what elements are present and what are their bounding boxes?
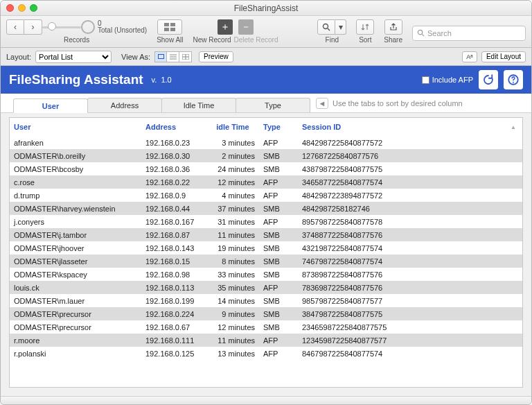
cell-session: 4842987225840877572: [302, 139, 508, 147]
refresh-button[interactable]: [479, 70, 498, 89]
table-row[interactable]: r.moore192.168.0.11111 minutesAFP1234598…: [10, 334, 522, 347]
cell-idle: 3 minutes: [211, 139, 263, 147]
svg-rect-0: [164, 23, 169, 26]
find-dropdown-button[interactable]: ▾: [335, 19, 346, 35]
include-afp-label: Include AFP: [432, 76, 473, 84]
table-row[interactable]: j.conyers192.168.0.16731 minutesAFP89579…: [10, 215, 522, 228]
table-row[interactable]: r.polanski192.168.0.12513 minutesAFP8467…: [10, 347, 522, 360]
cell-type: AFP: [263, 191, 302, 200]
cell-address: 192.168.0.111: [145, 336, 211, 345]
table-row[interactable]: ODMASTER\kspacey192.168.0.9833 minutesSM…: [10, 268, 522, 281]
cell-type: SMB: [263, 244, 302, 252]
showall-label: Show All: [157, 36, 183, 44]
cell-session: 23465987225840877575: [302, 323, 508, 331]
text-format-button[interactable]: Aª: [462, 51, 477, 62]
edit-layout-button[interactable]: Edit Layout: [481, 51, 526, 62]
cell-session: 4321987225840877574: [302, 244, 508, 252]
cell-type: AFP: [263, 139, 302, 147]
table-header: User Address idle Time Type Session ID ▲: [10, 118, 522, 136]
table-row[interactable]: ODMASTER\harvey.wienstein192.168.0.4437 …: [10, 202, 522, 215]
col-user[interactable]: User: [14, 123, 145, 131]
svg-point-4: [323, 24, 328, 29]
svg-rect-1: [170, 23, 175, 26]
back-arrow-button[interactable]: ◄: [316, 98, 328, 109]
scroll-up-icon[interactable]: ▲: [508, 124, 518, 130]
table-row[interactable]: louis.ck192.168.0.11335 minutesAFP783698…: [10, 281, 522, 294]
cell-session: 4842987223894877572: [302, 191, 508, 200]
cell-address: 192.168.0.30: [145, 152, 211, 160]
table-row[interactable]: ODMASTER\j.tambor192.168.0.8711 minutesS…: [10, 228, 522, 241]
table-row[interactable]: ODMASTER\bcosby192.168.0.3624 minutesSMB…: [10, 162, 522, 175]
share-button[interactable]: [384, 19, 402, 35]
tab-type[interactable]: Type: [236, 98, 310, 112]
cell-type: SMB: [263, 310, 302, 318]
cell-address: 192.168.0.167: [145, 218, 211, 226]
cell-idle: 4 minutes: [211, 191, 263, 200]
show-all-button[interactable]: [157, 19, 182, 35]
col-type[interactable]: Type: [263, 123, 302, 131]
view-form-button[interactable]: [154, 51, 167, 62]
table-row[interactable]: ODMASTER\precursor192.168.0.2249 minutes…: [10, 307, 522, 320]
delete-record-button[interactable]: －: [238, 19, 254, 35]
sort-icon: [361, 23, 369, 31]
prev-record-button[interactable]: ‹: [6, 19, 24, 35]
svg-line-5: [328, 28, 330, 31]
cell-idle: 11 minutes: [211, 336, 263, 345]
record-slider[interactable]: [42, 19, 81, 35]
layout-select[interactable]: Portal List: [35, 51, 112, 63]
search-icon: [417, 29, 425, 37]
table-row[interactable]: d.trump192.168.0.94 minutesAFP4842987223…: [10, 189, 522, 202]
search-input[interactable]: Search: [412, 26, 526, 41]
new-record-button[interactable]: ＋: [218, 19, 233, 35]
deleterecord-label: Delete Record: [234, 36, 278, 44]
cell-idle: 12 minutes: [211, 178, 263, 187]
cell-idle: 14 minutes: [211, 297, 263, 305]
cell-type: SMB: [263, 297, 302, 305]
table-row[interactable]: ODMASTER\jhoover192.168.0.14319 minutesS…: [10, 241, 522, 255]
col-session[interactable]: Session ID: [302, 123, 508, 131]
tab-user[interactable]: User: [13, 98, 88, 113]
table-row[interactable]: ODMASTER\b.oreilly192.168.0.302 minutesS…: [10, 149, 522, 162]
table-body[interactable]: afranken192.168.0.233 minutesAFP48429872…: [10, 136, 522, 387]
svg-rect-3: [170, 28, 175, 31]
tab-idletime[interactable]: Idle Time: [161, 98, 236, 112]
connections-table: User Address idle Time Type Session ID ▲…: [9, 117, 523, 388]
cell-session: 3748877225840877576: [302, 231, 508, 239]
table-row[interactable]: c.rose192.168.0.2212 minutesAFP346587722…: [10, 175, 522, 189]
table-row[interactable]: ODMASTER\m.lauer192.168.0.19914 minutesS…: [10, 294, 522, 307]
cell-type: SMB: [263, 152, 302, 160]
help-button[interactable]: [504, 70, 523, 89]
cell-type: SMB: [263, 323, 302, 331]
col-idle[interactable]: idle Time: [211, 123, 263, 131]
cell-address: 192.168.0.98: [145, 270, 211, 279]
cell-address: 192.168.0.87: [145, 231, 211, 239]
table-row[interactable]: ODMASTER\jlasseter192.168.0.158 minutesS…: [10, 255, 522, 268]
cell-user: d.trump: [14, 191, 145, 200]
find-label: Find: [326, 36, 339, 44]
tab-address[interactable]: Address: [87, 98, 162, 112]
preview-button[interactable]: Preview: [199, 51, 233, 62]
cell-user: ODMASTER\m.lauer: [14, 297, 145, 305]
include-afp-checkbox[interactable]: Include AFP: [422, 76, 473, 84]
cell-type: AFP: [263, 178, 302, 187]
cell-type: SMB: [263, 205, 302, 213]
cell-user: ODMASTER\precursor: [14, 310, 145, 318]
help-icon: [507, 74, 520, 86]
cell-idle: 9 minutes: [211, 310, 263, 318]
svg-point-15: [513, 82, 514, 83]
view-table-button[interactable]: [179, 51, 192, 62]
cell-type: AFP: [263, 336, 302, 345]
col-address[interactable]: Address: [145, 123, 211, 131]
cell-address: 192.168.0.22: [145, 178, 211, 187]
sort-button[interactable]: [356, 19, 374, 35]
next-record-button[interactable]: ›: [24, 19, 42, 35]
tab-bar: User Address Idle Time Type ◄ Use the ta…: [1, 94, 531, 113]
view-list-button[interactable]: [167, 51, 179, 62]
table-row[interactable]: ODMASTER\precursor192.168.0.6712 minutes…: [10, 320, 522, 334]
cell-idle: 8 minutes: [211, 257, 263, 266]
table-row[interactable]: afranken192.168.0.233 minutesAFP48429872…: [10, 136, 522, 149]
cell-idle: 37 minutes: [211, 205, 263, 213]
svg-line-7: [422, 34, 424, 36]
find-button[interactable]: [317, 19, 335, 35]
cell-address: 192.168.0.23: [145, 139, 211, 147]
